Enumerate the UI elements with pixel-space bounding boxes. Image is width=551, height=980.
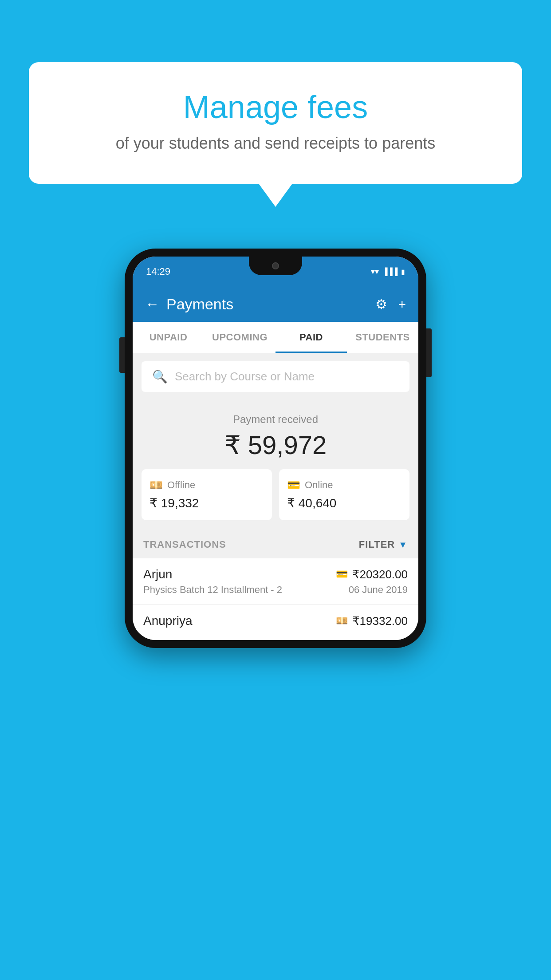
phone-wrapper: 14:29 ▾▾ ▐▐▐ ▮ ← Payments ⚙ + xyxy=(125,249,426,648)
transaction-date-1: 06 June 2019 xyxy=(349,584,408,596)
transaction-amount-2: ₹19332.00 xyxy=(352,614,408,628)
payment-cards: 💴 Offline ₹ 19,332 💳 Online ₹ 40,640 xyxy=(142,469,409,520)
notch-cutout xyxy=(249,257,302,275)
transaction-amount-container-1: 💳 ₹20320.00 xyxy=(336,568,408,581)
transactions-label: TRANSACTIONS xyxy=(143,539,226,550)
offline-amount: ₹ 19,332 xyxy=(150,496,199,510)
online-card: 💳 Online ₹ 40,640 xyxy=(279,469,409,520)
search-container: 🔍 Search by Course or Name xyxy=(133,353,418,400)
transaction-amount-container-2: 💴 ₹19332.00 xyxy=(336,614,408,628)
filter-icon: ▼ xyxy=(398,540,408,550)
online-icon: 💳 xyxy=(287,479,300,491)
transaction-row-2[interactable]: Anupriya 💴 ₹19332.00 xyxy=(133,605,418,640)
filter-button[interactable]: FILTER ▼ xyxy=(359,539,408,550)
transaction-name-1: Arjun xyxy=(143,567,172,581)
offline-card: 💴 Offline ₹ 19,332 xyxy=(142,469,272,520)
status-time: 14:29 xyxy=(146,266,170,277)
transaction-bottom-1: Physics Batch 12 Installment - 2 06 June… xyxy=(143,584,408,596)
offline-label: Offline xyxy=(167,479,195,491)
toolbar-title: Payments xyxy=(166,296,233,313)
battery-icon: ▮ xyxy=(401,268,405,276)
filter-label: FILTER xyxy=(359,539,395,550)
online-amount: ₹ 40,640 xyxy=(287,496,336,510)
transactions-header: TRANSACTIONS FILTER ▼ xyxy=(133,531,418,558)
transaction-top-1: Arjun 💳 ₹20320.00 xyxy=(143,567,408,581)
transaction-row[interactable]: Arjun 💳 ₹20320.00 Physics Batch 12 Insta… xyxy=(133,558,418,605)
search-box[interactable]: 🔍 Search by Course or Name xyxy=(142,361,409,392)
tab-paid[interactable]: PAID xyxy=(276,322,347,353)
toolbar: ← Payments ⚙ + xyxy=(133,287,418,322)
tabs-container: UNPAID UPCOMING PAID STUDENTS xyxy=(133,322,418,353)
tab-students[interactable]: STUDENTS xyxy=(347,322,418,353)
signal-icon: ▐▐▐ xyxy=(382,268,398,276)
online-card-header: 💳 Online xyxy=(287,479,333,491)
camera xyxy=(272,262,279,269)
phone-screen: 14:29 ▾▾ ▐▐▐ ▮ ← Payments ⚙ + xyxy=(133,257,418,640)
payment-summary: Payment received ₹ 59,972 💴 Offline ₹ 19… xyxy=(133,400,418,531)
phone-outer: 14:29 ▾▾ ▐▐▐ ▮ ← Payments ⚙ + xyxy=(125,249,426,648)
payment-total-amount: ₹ 59,972 xyxy=(142,430,409,460)
settings-icon[interactable]: ⚙ xyxy=(375,296,387,312)
online-label: Online xyxy=(305,479,333,491)
offline-icon: 💴 xyxy=(150,479,163,491)
bubble-subtitle: of your students and send receipts to pa… xyxy=(64,134,487,153)
transaction-amount-1: ₹20320.00 xyxy=(352,568,408,581)
speech-bubble: Manage fees of your students and send re… xyxy=(29,62,522,184)
offline-payment-icon-2: 💴 xyxy=(336,615,348,627)
search-placeholder: Search by Course or Name xyxy=(175,370,315,383)
payment-received-label: Payment received xyxy=(142,413,409,426)
toolbar-left: ← Payments xyxy=(145,296,233,313)
status-icons: ▾▾ ▐▐▐ ▮ xyxy=(371,267,405,277)
online-payment-icon-1: 💳 xyxy=(336,569,348,580)
back-button[interactable]: ← xyxy=(145,296,159,312)
wifi-icon: ▾▾ xyxy=(371,267,379,277)
offline-card-header: 💴 Offline xyxy=(150,479,195,491)
speech-bubble-container: Manage fees of your students and send re… xyxy=(29,62,522,184)
status-bar: 14:29 ▾▾ ▐▐▐ ▮ xyxy=(133,257,418,287)
transaction-course-1: Physics Batch 12 Installment - 2 xyxy=(143,584,282,596)
bubble-title: Manage fees xyxy=(64,89,487,125)
tab-unpaid[interactable]: UNPAID xyxy=(133,322,204,353)
transaction-name-2: Anupriya xyxy=(143,614,193,628)
add-icon[interactable]: + xyxy=(398,297,406,312)
tab-upcoming[interactable]: UPCOMING xyxy=(204,322,276,353)
toolbar-right: ⚙ + xyxy=(375,296,406,312)
search-icon: 🔍 xyxy=(152,369,168,384)
transaction-top-2: Anupriya 💴 ₹19332.00 xyxy=(143,614,408,628)
